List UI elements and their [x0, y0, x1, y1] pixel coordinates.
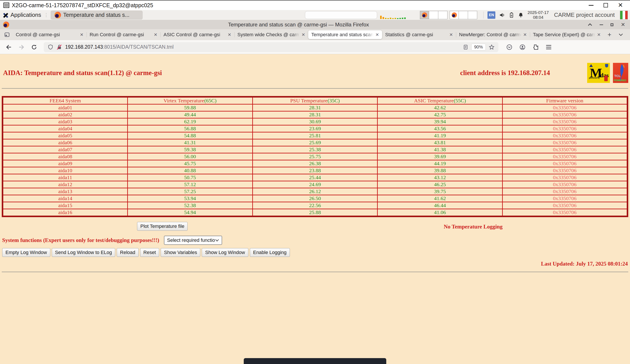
workspace-3[interactable] [438, 11, 448, 19]
tab-newmerger-control[interactable]: NewMerger: Control @ carme-gsi ✕ [456, 29, 530, 40]
url-bar[interactable]: 192.168.207.143:8015/AIDA/TSCAN/TSCAN.tm… [44, 42, 498, 52]
tab-run-control[interactable]: Run Control @ carme-gsi ✕ [86, 29, 160, 40]
firmware-cell: 0x3350706 [502, 160, 628, 167]
enable-logging-button[interactable]: Enable Logging [250, 248, 290, 257]
new-tab-button[interactable]: + [604, 29, 615, 40]
client-address: client address is 192.168.207.14 [460, 69, 550, 77]
menu-icon[interactable] [546, 44, 552, 50]
tab-control[interactable]: Control @ carme-gsi ✕ [13, 29, 86, 40]
reset-button[interactable]: Reset [140, 248, 159, 257]
tab-asic-control[interactable]: ASIC Control @ carme-gsi ✕ [160, 29, 234, 40]
psu-cell: 25.44 [252, 174, 378, 181]
send-log-window-to-elog-button[interactable]: Send Log Window to ELog [52, 248, 116, 257]
psu-cell: 28.31 [252, 104, 378, 111]
shield-icon[interactable] [48, 44, 53, 50]
below-table-row: Plot Temperature file No Temperature Log… [0, 222, 630, 232]
tab-close-icon[interactable]: ✕ [302, 32, 305, 37]
firefox-close-button[interactable]: ✕ [621, 22, 625, 27]
tab-close-icon[interactable]: ✕ [80, 32, 84, 37]
reload-button-page[interactable]: Reload [117, 248, 138, 257]
window-title: X2GO-carme-51-1752078747_stDXFCE_dp32@at… [12, 2, 589, 8]
volume-icon[interactable] [499, 12, 505, 18]
psu-cell: 23.88 [252, 167, 378, 174]
battery-icon[interactable] [509, 12, 514, 18]
plot-temperature-file-button[interactable]: Plot Temperature file [137, 222, 188, 231]
xfce-menu-icon[interactable] [2, 12, 9, 18]
panel-grip-icon: ⋮ [44, 12, 48, 18]
empty-log-window-button[interactable]: Empty Log Window [2, 248, 50, 257]
firefox-icon [3, 22, 9, 28]
tab-close-icon[interactable]: ✕ [375, 32, 379, 37]
keyboard-layout-icon[interactable]: EN [488, 11, 495, 19]
table-row: aida1150.7525.4443.120x3350706 [2, 174, 628, 181]
psu-cell: 25.69 [252, 139, 378, 146]
firefox-icon [54, 12, 61, 18]
firefox-view-icon[interactable] [1, 29, 13, 40]
tcl-powered-logo[interactable]: TCL POWERED [613, 63, 628, 83]
list-all-tabs-icon[interactable] [615, 29, 626, 40]
workspace-4[interactable] [450, 11, 459, 19]
applications-menu[interactable]: Applications [10, 11, 41, 18]
zoom-level-button[interactable]: 90% [471, 44, 486, 50]
workspace-5[interactable] [459, 11, 468, 19]
firmware-cell: 0x3350706 [502, 118, 628, 125]
show-log-window-button[interactable]: Show Log Window [202, 248, 248, 257]
workspace-6[interactable] [468, 11, 477, 19]
firmware-cell: 0x3350706 [502, 111, 628, 118]
pocket-icon[interactable] [506, 44, 512, 50]
table-row: aida0945.7526.3844.190x3350706 [2, 160, 628, 167]
system-function-select[interactable]: Select required function [164, 236, 222, 245]
virtex-cell: 56.88 [128, 125, 252, 132]
reload-button[interactable] [31, 44, 37, 50]
tab-close-icon[interactable]: ✕ [228, 32, 231, 37]
table-row: aida1357.2526.1239.750x3350706 [2, 188, 628, 195]
tab-close-icon[interactable]: ✕ [154, 32, 158, 37]
tab-temperature-scan-active[interactable]: Temperature and status scan @ carme-gsi … [308, 30, 382, 39]
workspace-2[interactable] [429, 11, 438, 19]
panel-plugin-box[interactable] [305, 11, 377, 19]
extensions-icon[interactable] [532, 44, 539, 50]
midas-logo[interactable]: M idas powered by [587, 63, 610, 83]
flag-icon[interactable] [620, 11, 628, 19]
psu-cell: 24.69 [252, 181, 378, 188]
task-button-firefox[interactable]: Temperature and status s... [51, 11, 142, 19]
tab-system-wide-checks[interactable]: System wide Checks @ carme-gsi ✕ [234, 29, 308, 40]
notification-bell-icon[interactable] [518, 12, 524, 18]
firmware-cell: 0x3350706 [502, 104, 628, 111]
psu-cell: 26.38 [252, 160, 378, 167]
show-variables-button[interactable]: Show Variables [161, 248, 200, 257]
clock[interactable]: 2025-07-17 08:04 [528, 10, 549, 20]
insecure-lock-icon[interactable] [56, 44, 62, 50]
window-maximize-button[interactable] [604, 3, 608, 7]
back-button[interactable] [6, 44, 12, 50]
firmware-cell: 0x3350706 [502, 188, 628, 195]
table-row: aida0856.0025.7539.690x3350706 [2, 153, 628, 160]
forward-button[interactable] [18, 44, 24, 50]
window-minimize-button[interactable] [589, 5, 594, 6]
tab-close-icon[interactable]: ✕ [449, 32, 453, 37]
window-close-button[interactable]: ✕ [618, 2, 623, 8]
firmware-cell: 0x3350706 [502, 139, 628, 146]
tab-statistics[interactable]: Statistics @ carme-gsi ✕ [382, 29, 456, 40]
logging-status: No Temperature Logging [444, 224, 502, 230]
firefox-maximize-button[interactable] [610, 23, 614, 26]
reader-mode-icon[interactable] [463, 44, 468, 50]
asic-cell: 42.75 [378, 111, 502, 118]
virtex-cell: 59.38 [128, 146, 252, 153]
tab-close-icon[interactable]: ✕ [597, 32, 601, 37]
bookmark-star-icon[interactable] [489, 44, 494, 50]
workspace-1[interactable] [420, 11, 429, 19]
asic-cell: 43.81 [378, 139, 502, 146]
account-icon[interactable] [520, 44, 526, 50]
firefox-window-title: Temperature and status scan @ carme-gsi … [9, 22, 588, 28]
firefox-minimize-button[interactable] [600, 24, 603, 25]
url-text[interactable]: 192.168.207.143:8015/AIDA/TSCAN/TSCAN.tm… [65, 44, 460, 50]
shade-button[interactable] [588, 23, 592, 26]
psu-cell: 26.50 [252, 195, 378, 202]
bottom-panel-dock[interactable] [244, 358, 386, 364]
tab-tape-service[interactable]: Tape Service (Expert) @ carme-gsi ✕ [530, 29, 604, 40]
tab-close-icon[interactable]: ✕ [523, 32, 527, 37]
fee64-cell: aida02 [2, 111, 128, 118]
table-row: aida0362.1930.6939.940x3350706 [2, 118, 628, 125]
virtex-cell: 54.94 [128, 209, 252, 216]
